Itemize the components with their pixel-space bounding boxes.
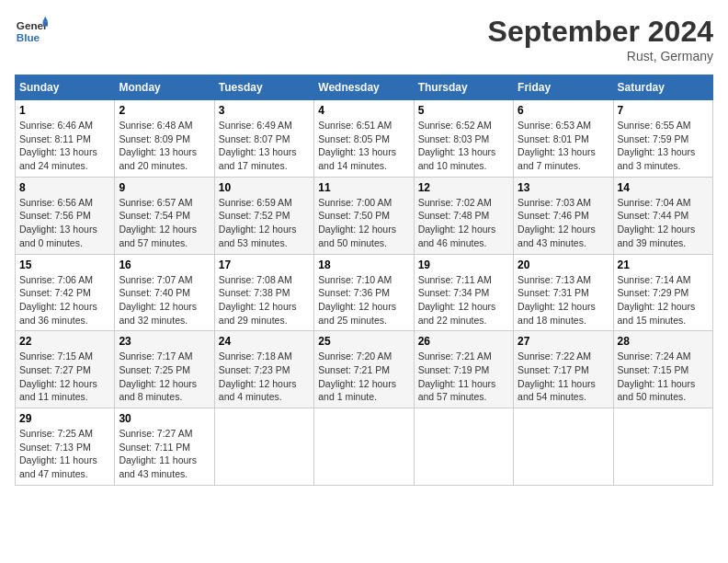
calendar-cell: 16Sunrise: 7:07 AMSunset: 7:40 PMDayligh… (115, 254, 214, 331)
calendar-cell: 14Sunrise: 7:04 AMSunset: 7:44 PMDayligh… (613, 177, 712, 254)
day-info: Sunrise: 7:00 AMSunset: 7:50 PMDaylight:… (318, 196, 409, 250)
weekday-header-thursday: Thursday (414, 75, 513, 100)
calendar-cell (514, 408, 613, 486)
calendar-cell (214, 408, 313, 486)
page-header: General Blue September 2024 Rust, German… (15, 15, 713, 63)
day-info: Sunrise: 7:03 AMSunset: 7:46 PMDaylight:… (518, 196, 609, 250)
logo-icon: General Blue (15, 15, 48, 48)
calendar-table: SundayMondayTuesdayWednesdayThursdayFrid… (15, 75, 713, 486)
month-year-title: September 2024 (488, 15, 713, 49)
day-number: 18 (318, 259, 409, 271)
day-number: 23 (119, 335, 210, 348)
calendar-cell: 25Sunrise: 7:20 AMSunset: 7:21 PMDayligh… (314, 331, 414, 408)
calendar-cell: 8Sunrise: 6:56 AMSunset: 7:56 PMDaylight… (16, 177, 115, 254)
day-number: 19 (418, 259, 509, 271)
calendar-header-row: SundayMondayTuesdayWednesdayThursdayFrid… (16, 75, 713, 100)
day-number: 13 (518, 181, 609, 194)
day-info: Sunrise: 7:15 AMSunset: 7:27 PMDaylight:… (19, 350, 110, 404)
day-info: Sunrise: 7:10 AMSunset: 7:36 PMDaylight:… (318, 273, 409, 327)
day-info: Sunrise: 6:49 AMSunset: 8:07 PMDaylight:… (219, 119, 310, 173)
day-info: Sunrise: 6:46 AMSunset: 8:11 PMDaylight:… (19, 119, 110, 173)
day-info: Sunrise: 6:48 AMSunset: 8:09 PMDaylight:… (119, 119, 210, 173)
day-info: Sunrise: 7:07 AMSunset: 7:40 PMDaylight:… (119, 273, 210, 327)
calendar-cell: 6Sunrise: 6:53 AMSunset: 8:01 PMDaylight… (514, 100, 613, 178)
day-info: Sunrise: 7:18 AMSunset: 7:23 PMDaylight:… (219, 350, 310, 404)
calendar-cell: 26Sunrise: 7:21 AMSunset: 7:19 PMDayligh… (414, 331, 513, 408)
calendar-cell: 9Sunrise: 6:57 AMSunset: 7:54 PMDaylight… (115, 177, 214, 254)
calendar-cell: 19Sunrise: 7:11 AMSunset: 7:34 PMDayligh… (414, 254, 513, 331)
day-info: Sunrise: 6:52 AMSunset: 8:03 PMDaylight:… (418, 119, 509, 173)
day-info: Sunrise: 6:55 AMSunset: 7:59 PMDaylight:… (618, 119, 709, 173)
weekday-header-saturday: Saturday (613, 75, 712, 100)
day-number: 21 (618, 259, 709, 271)
weekday-header-wednesday: Wednesday (314, 75, 414, 100)
calendar-cell: 23Sunrise: 7:17 AMSunset: 7:25 PMDayligh… (115, 331, 214, 408)
day-info: Sunrise: 7:27 AMSunset: 7:11 PMDaylight:… (119, 427, 210, 481)
calendar-week-5: 29Sunrise: 7:25 AMSunset: 7:13 PMDayligh… (16, 408, 713, 486)
calendar-cell: 27Sunrise: 7:22 AMSunset: 7:17 PMDayligh… (514, 331, 613, 408)
day-number: 9 (119, 181, 210, 194)
day-info: Sunrise: 7:08 AMSunset: 7:38 PMDaylight:… (219, 273, 310, 327)
title-block: September 2024 Rust, Germany (488, 15, 713, 63)
day-number: 1 (19, 104, 110, 117)
calendar-week-2: 8Sunrise: 6:56 AMSunset: 7:56 PMDaylight… (16, 177, 713, 254)
day-number: 6 (518, 104, 609, 117)
calendar-cell: 2Sunrise: 6:48 AMSunset: 8:09 PMDaylight… (115, 100, 214, 178)
day-number: 28 (618, 335, 709, 348)
calendar-cell: 22Sunrise: 7:15 AMSunset: 7:27 PMDayligh… (16, 331, 115, 408)
day-number: 22 (19, 335, 110, 348)
day-info: Sunrise: 7:22 AMSunset: 7:17 PMDaylight:… (518, 350, 609, 404)
day-info: Sunrise: 7:13 AMSunset: 7:31 PMDaylight:… (518, 273, 609, 327)
svg-marker-3 (43, 21, 48, 26)
calendar-cell: 12Sunrise: 7:02 AMSunset: 7:48 PMDayligh… (414, 177, 513, 254)
day-number: 20 (518, 259, 609, 271)
calendar-cell: 7Sunrise: 6:55 AMSunset: 7:59 PMDaylight… (613, 100, 712, 178)
calendar-cell: 29Sunrise: 7:25 AMSunset: 7:13 PMDayligh… (16, 408, 115, 486)
weekday-header-friday: Friday (514, 75, 613, 100)
day-number: 8 (19, 181, 110, 194)
calendar-cell: 21Sunrise: 7:14 AMSunset: 7:29 PMDayligh… (613, 254, 712, 331)
day-number: 17 (219, 259, 310, 271)
calendar-cell: 28Sunrise: 7:24 AMSunset: 7:15 PMDayligh… (613, 331, 712, 408)
calendar-cell: 15Sunrise: 7:06 AMSunset: 7:42 PMDayligh… (16, 254, 115, 331)
day-info: Sunrise: 6:59 AMSunset: 7:52 PMDaylight:… (219, 196, 310, 250)
day-number: 26 (418, 335, 509, 348)
day-number: 29 (19, 412, 110, 425)
day-number: 4 (318, 104, 409, 117)
day-number: 14 (618, 181, 709, 194)
weekday-header-sunday: Sunday (16, 75, 115, 100)
day-number: 11 (318, 181, 409, 194)
day-number: 24 (219, 335, 310, 348)
day-info: Sunrise: 7:06 AMSunset: 7:42 PMDaylight:… (19, 273, 110, 327)
day-number: 30 (119, 412, 210, 425)
calendar-cell: 3Sunrise: 6:49 AMSunset: 8:07 PMDaylight… (214, 100, 313, 178)
day-number: 7 (618, 104, 709, 117)
weekday-header-tuesday: Tuesday (214, 75, 313, 100)
calendar-cell: 11Sunrise: 7:00 AMSunset: 7:50 PMDayligh… (314, 177, 414, 254)
calendar-cell (414, 408, 513, 486)
calendar-cell: 20Sunrise: 7:13 AMSunset: 7:31 PMDayligh… (514, 254, 613, 331)
day-info: Sunrise: 7:02 AMSunset: 7:48 PMDaylight:… (418, 196, 509, 250)
location-label: Rust, Germany (488, 49, 713, 63)
day-info: Sunrise: 7:20 AMSunset: 7:21 PMDaylight:… (318, 350, 409, 404)
day-number: 3 (219, 104, 310, 117)
day-number: 15 (19, 259, 110, 271)
svg-text:Blue: Blue (17, 31, 40, 43)
calendar-week-1: 1Sunrise: 6:46 AMSunset: 8:11 PMDaylight… (16, 100, 713, 178)
day-info: Sunrise: 7:11 AMSunset: 7:34 PMDaylight:… (418, 273, 509, 327)
calendar-cell: 4Sunrise: 6:51 AMSunset: 8:05 PMDaylight… (314, 100, 414, 178)
calendar-cell: 10Sunrise: 6:59 AMSunset: 7:52 PMDayligh… (214, 177, 313, 254)
day-info: Sunrise: 7:04 AMSunset: 7:44 PMDaylight:… (618, 196, 709, 250)
day-info: Sunrise: 7:14 AMSunset: 7:29 PMDaylight:… (618, 273, 709, 327)
day-number: 2 (119, 104, 210, 117)
calendar-cell: 30Sunrise: 7:27 AMSunset: 7:11 PMDayligh… (115, 408, 214, 486)
calendar-cell (314, 408, 414, 486)
calendar-cell: 17Sunrise: 7:08 AMSunset: 7:38 PMDayligh… (214, 254, 313, 331)
calendar-cell: 18Sunrise: 7:10 AMSunset: 7:36 PMDayligh… (314, 254, 414, 331)
weekday-header-monday: Monday (115, 75, 214, 100)
calendar-cell (613, 408, 712, 486)
day-number: 5 (418, 104, 509, 117)
calendar-cell: 1Sunrise: 6:46 AMSunset: 8:11 PMDaylight… (16, 100, 115, 178)
day-number: 10 (219, 181, 310, 194)
day-info: Sunrise: 7:24 AMSunset: 7:15 PMDaylight:… (618, 350, 709, 404)
